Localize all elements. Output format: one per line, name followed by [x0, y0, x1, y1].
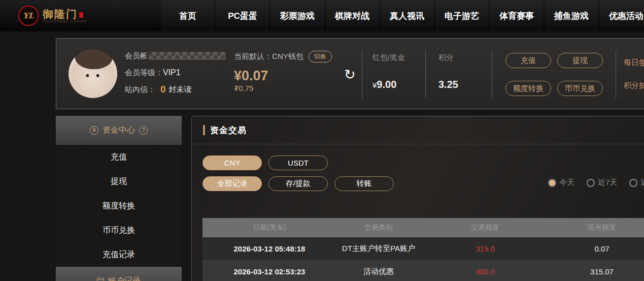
- radio-label: 今天: [559, 178, 574, 188]
- cell-amount: 315.0: [421, 244, 550, 253]
- nav-item-sports[interactable]: 体育赛事: [490, 0, 543, 32]
- points-lottery-link[interactable]: 积分抽奖: [624, 81, 644, 90]
- dragon-logo-icon: YL: [18, 6, 39, 26]
- bonus-stat: 红包/奖金 ¥9.00: [372, 53, 405, 90]
- daily-checkin-link[interactable]: 每日签到: [624, 58, 644, 68]
- nav-item-pc-dandan[interactable]: PC蛋蛋: [216, 0, 269, 32]
- site-logo[interactable]: YL 御隆门 YULONGMEN CASINO: [18, 6, 87, 26]
- user-info-panel: 会员帐 会员等级： VIP1 站内信： 0 封未读 当前默认：CNY钱包 切换 …: [56, 38, 644, 109]
- logo-seal-icon: [79, 12, 83, 18]
- col-header-amount: 交易额度: [421, 223, 550, 232]
- col-header-date: 日期(美东): [202, 223, 336, 232]
- refresh-icon[interactable]: ↻: [344, 68, 356, 82]
- panel-title-row: 资金交易: [192, 116, 644, 144]
- inbox-label: 站内信：: [125, 85, 155, 95]
- table-header-row: 日期(美东) 交易类别 交易额度 现有额度: [202, 218, 644, 237]
- account-label: 会员帐: [125, 51, 148, 61]
- brand-subtitle: YULONGMEN CASINO: [43, 20, 87, 23]
- divider: [425, 51, 426, 99]
- divider: [616, 51, 616, 99]
- cell-amount: 300.0: [421, 267, 550, 276]
- transactions-table: 日期(美东) 交易类别 交易额度 现有额度 2026-03-12 05:48:1…: [202, 218, 644, 281]
- nav-item-fishing[interactable]: 捕鱼游戏: [545, 0, 598, 32]
- quota-transfer-button[interactable]: 额度转换: [505, 81, 551, 96]
- radio-label: 近15天: [640, 178, 644, 188]
- sidebar-item-deposit-records[interactable]: 充值记录: [56, 242, 182, 267]
- main-nav: 首页 PC蛋蛋 彩票游戏 棋牌对战 真人视讯 电子游艺 体育赛事 捕鱼游戏 优惠…: [161, 0, 644, 32]
- wallet-balance: ¥0.07: [234, 69, 332, 83]
- top-navbar: YL 御隆门 YULONGMEN CASINO 首页 PC蛋蛋 彩票游戏 棋牌对…: [0, 0, 644, 32]
- sidebar-section-title: 资金中心: [103, 125, 135, 136]
- coin-exchange-button[interactable]: 币币兑换: [557, 81, 603, 96]
- wallet-actions: 充值 提现 额度转换 币币兑换: [505, 53, 617, 96]
- currency-tab-cny[interactable]: CNY: [202, 155, 262, 170]
- date-filter-group: 今天 近7天 近15天: [548, 178, 644, 188]
- sidebar-item-withdraw[interactable]: 提现: [56, 169, 182, 194]
- type-tab-deposit-withdraw[interactable]: 存/提款: [268, 176, 328, 191]
- wallet-usdt-balance: ₮0.75: [234, 84, 332, 92]
- help-circle-icon: ?: [139, 126, 148, 135]
- page-title: 资金交易: [210, 124, 247, 136]
- table-row: 2026-03-12 05:48:18 DT主账户转至PA账户 315.0 0.…: [202, 237, 644, 260]
- points-value: 3.25: [438, 79, 458, 90]
- member-account-line: 会员帐: [125, 51, 226, 61]
- censored-username: [149, 52, 226, 60]
- cell-balance: 0.07: [550, 244, 644, 253]
- inbox-suffix: 封未读: [169, 85, 192, 95]
- points-label: 积分: [438, 53, 458, 63]
- sidebar-section-title: 账户记录: [108, 276, 141, 281]
- points-stat: 积分 3.25: [438, 53, 458, 90]
- sidebar-section-account-records[interactable]: 账户记录: [56, 267, 182, 281]
- table-row: 2026-03-12 02:53:23 活动优惠 300.0 315.07: [202, 260, 644, 281]
- type-tab-all-records[interactable]: 全部记录: [202, 176, 262, 191]
- wallet-default-label: 当前默认：CNY钱包: [234, 52, 303, 61]
- sidebar: ¥ 资金中心 ? 充值 提现 额度转换 币币兑换 充值记录 账户记录: [56, 116, 182, 281]
- sidebar-section-funds-center[interactable]: ¥ 资金中心 ?: [56, 116, 182, 145]
- radio-icon: [587, 179, 595, 187]
- sidebar-item-quota-transfer[interactable]: 额度转换: [56, 194, 182, 218]
- divider: [362, 51, 362, 99]
- sidebar-item-deposit[interactable]: 充值: [56, 145, 182, 169]
- wallet-switch-button[interactable]: 切换: [309, 51, 332, 63]
- date-filter-today[interactable]: 今天: [548, 178, 574, 188]
- withdraw-button[interactable]: 提现: [557, 53, 603, 68]
- nav-item-lottery[interactable]: 彩票游戏: [271, 0, 324, 32]
- inbox-line[interactable]: 站内信： 0 封未读: [125, 84, 226, 95]
- nav-item-live-casino[interactable]: 真人视讯: [381, 0, 433, 32]
- wallet-summary: 当前默认：CNY钱包 切换 ¥0.07 ₮0.75: [234, 51, 332, 92]
- level-label: 会员等级：: [125, 68, 163, 78]
- date-filter-last7[interactable]: 近7天: [587, 178, 617, 188]
- funds-transaction-panel: 资金交易 CNY USDT 全部记录 存/提款 转账 今天 近7天 近15天 日…: [191, 116, 644, 281]
- recharge-button[interactable]: 充值: [505, 53, 551, 68]
- nav-item-home[interactable]: 首页: [161, 0, 214, 32]
- type-tab-transfer[interactable]: 转账: [334, 176, 394, 191]
- bonus-value: 9.00: [377, 79, 396, 90]
- cell-type: DT主账户转至PA账户: [336, 244, 421, 254]
- bonus-label: 红包/奖金: [372, 53, 405, 63]
- brand-name: 御隆门: [43, 9, 87, 20]
- level-value: VIP1: [163, 68, 181, 77]
- cell-type: 活动优惠: [336, 267, 421, 276]
- cell-balance: 315.07: [550, 267, 644, 276]
- sidebar-item-coin-exchange[interactable]: 币币兑换: [56, 218, 182, 242]
- yen-circle-icon: ¥: [90, 126, 98, 135]
- nav-item-board-games[interactable]: 棋牌对战: [326, 0, 379, 32]
- user-avatar[interactable]: [69, 49, 117, 98]
- title-accent-bar: [203, 125, 205, 135]
- nav-item-slots[interactable]: 电子游艺: [435, 0, 488, 32]
- currency-tab-usdt[interactable]: USDT: [268, 155, 328, 170]
- divider: [492, 51, 492, 99]
- col-header-balance: 现有额度: [550, 223, 644, 232]
- cell-date: 2026-03-12 05:48:18: [202, 244, 336, 253]
- nav-item-promotions[interactable]: 优惠活动: [600, 0, 644, 32]
- date-filter-last15[interactable]: 近15天: [629, 178, 644, 188]
- radio-selected-icon: [548, 179, 556, 187]
- cell-date: 2026-03-12 02:53:23: [202, 267, 336, 276]
- member-info: 会员帐 会员等级： VIP1 站内信： 0 封未读: [125, 51, 226, 95]
- member-level-line: 会员等级： VIP1: [125, 68, 226, 78]
- col-header-type: 交易类别: [336, 223, 421, 232]
- radio-label: 近7天: [598, 178, 617, 188]
- inbox-unread-count: 0: [160, 84, 166, 95]
- daily-links: 每日签到 积分抽奖: [624, 58, 644, 90]
- ledger-icon: [97, 278, 104, 281]
